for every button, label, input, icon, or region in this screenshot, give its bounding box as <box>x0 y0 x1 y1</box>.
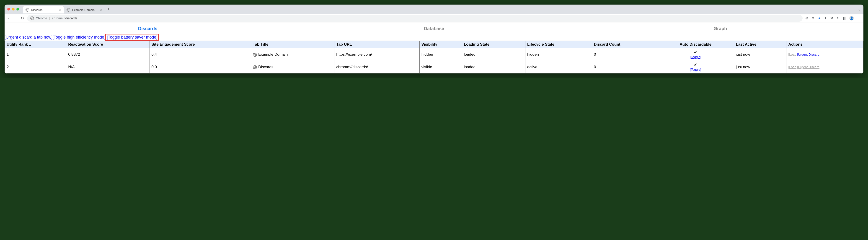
sidepanel-icon[interactable]: ◧ <box>843 16 846 20</box>
traffic-lights <box>7 8 19 10</box>
check-icon: ✔ <box>659 50 732 55</box>
load-link: [Load] <box>788 53 797 56</box>
browser-tab-discards[interactable]: Discards × <box>23 6 64 13</box>
share-icon[interactable]: ⇧ <box>811 16 814 20</box>
cell-engagement: 0.0 <box>150 61 251 73</box>
url-path: discards <box>65 17 77 20</box>
cell-discard-count: 0 <box>592 48 657 61</box>
menu-icon[interactable]: ⋮ <box>857 16 861 20</box>
globe-icon <box>253 53 257 57</box>
col-lifecycle-state[interactable]: Lifecycle State <box>525 41 592 48</box>
section-tabs: Discards Database Graph <box>5 23 863 34</box>
col-tab-url[interactable]: Tab URL <box>334 41 420 48</box>
reload-button[interactable]: ⟳ <box>21 16 24 21</box>
minimize-window-button[interactable] <box>12 8 14 10</box>
cell-discard-count: 0 <box>592 61 657 73</box>
cell-auto-discardable: ✔[Toggle] <box>657 48 734 61</box>
col-actions[interactable]: Actions <box>786 41 863 48</box>
urgent-discard-link[interactable]: [Urgent Discard] <box>797 53 820 56</box>
toggle-auto-discard-link[interactable]: [Toggle] <box>690 55 701 59</box>
zoom-icon[interactable]: ⊕ <box>805 16 808 20</box>
col-auto-discardable[interactable]: Auto Discardable <box>657 41 734 48</box>
close-tab-icon[interactable]: × <box>100 8 102 12</box>
col-reactivation-score[interactable]: Reactivation Score <box>66 41 150 48</box>
cell-rank: 1 <box>5 48 66 61</box>
col-visibility[interactable]: Visibility <box>420 41 462 48</box>
separator: | <box>49 17 50 20</box>
page-content: Discards Database Graph [Urgent discard … <box>5 23 863 73</box>
tabstrip: Discards × Example Domain × + <box>23 5 110 13</box>
toolbar-actions: ⊕ ⇧ ★ ✦ ⚗ ↻ ◧ 👤 ⋮ <box>805 16 861 21</box>
cell-reactivation: N/A <box>66 61 150 73</box>
refresh-icon[interactable]: ↻ <box>837 16 839 20</box>
tab-graph[interactable]: Graph <box>577 23 863 34</box>
cell-actions: [Load][Urgent Discard] <box>786 48 863 61</box>
cell-url: chrome://discards/ <box>334 61 420 73</box>
action-links: [Urgent discard a tab now][Toggle high e… <box>5 34 863 40</box>
check-icon: ✔ <box>659 62 732 67</box>
cell-loading: loaded <box>462 61 525 73</box>
globe-icon <box>26 8 29 12</box>
url-scheme: chrome:// <box>52 17 65 20</box>
tab-discards[interactable]: Discards <box>5 23 291 34</box>
address-bar[interactable]: Chrome | chrome://discards <box>27 15 803 22</box>
close-tab-icon[interactable]: × <box>59 8 61 12</box>
table-header-row: Utility Rank Reactivation Score Site Eng… <box>5 41 863 48</box>
col-tab-title[interactable]: Tab Title <box>251 41 334 48</box>
table-row: 2N/A0.0Discardschrome://discards/visible… <box>5 61 863 73</box>
toggle-auto-discard-link[interactable]: [Toggle] <box>690 68 701 71</box>
toggle-high-efficiency-link[interactable]: [Toggle high efficiency mode] <box>53 35 105 39</box>
globe-icon <box>67 8 70 12</box>
col-loading-state[interactable]: Loading State <box>462 41 525 48</box>
cell-title: Example Domain <box>251 48 334 61</box>
new-tab-button[interactable]: + <box>107 7 110 12</box>
toggle-battery-saver-link[interactable]: [Toggle battery saver mode] <box>106 35 158 40</box>
cell-engagement: 6.4 <box>150 48 251 61</box>
cell-loading: loaded <box>462 48 525 61</box>
cell-visibility: hidden <box>420 48 462 61</box>
urgent-discard-link: [Urgent Discard] <box>797 65 820 69</box>
load-link: [Load] <box>788 65 797 69</box>
profile-avatar[interactable]: 👤 <box>849 16 854 21</box>
globe-icon <box>253 65 257 69</box>
table-row: 10.83726.4Example Domainhttps://example.… <box>5 48 863 61</box>
cell-url: https://example.com/ <box>334 48 420 61</box>
col-site-engagement[interactable]: Site Engagement Score <box>150 41 251 48</box>
close-window-button[interactable] <box>7 8 10 10</box>
labs-icon[interactable]: ⚗ <box>830 16 833 20</box>
back-button[interactable]: ← <box>7 16 11 21</box>
cell-actions: [Load][Urgent Discard] <box>786 61 863 73</box>
discards-table: Utility Rank Reactivation Score Site Eng… <box>5 40 863 73</box>
cell-last-active: just now <box>734 61 786 73</box>
tab-title: Example Domain <box>72 8 98 12</box>
cell-auto-discardable: ✔[Toggle] <box>657 61 734 73</box>
titlebar: Discards × Example Domain × + ⌄ <box>5 5 863 14</box>
extensions-icon[interactable]: ✦ <box>824 16 827 20</box>
col-last-active[interactable]: Last Active <box>734 41 786 48</box>
cell-rank: 2 <box>5 61 66 73</box>
forward-button: → <box>14 16 18 21</box>
tab-title: Discards <box>31 8 57 12</box>
browser-tab-example[interactable]: Example Domain × <box>64 6 105 13</box>
cell-title: Discards <box>251 61 334 73</box>
cell-lifecycle: active <box>525 61 592 73</box>
col-discard-count[interactable]: Discard Count <box>592 41 657 48</box>
browser-window: Discards × Example Domain × + ⌄ ← → ⟳ Ch… <box>5 5 863 73</box>
chevron-down-icon[interactable]: ⌄ <box>858 7 861 11</box>
cell-visibility: visible <box>420 61 462 73</box>
tab-database[interactable]: Database <box>291 23 577 34</box>
col-utility-rank[interactable]: Utility Rank <box>5 41 66 48</box>
urgent-discard-link[interactable]: [Urgent discard a tab now] <box>5 35 53 39</box>
address-prefix: Chrome <box>36 17 47 20</box>
maximize-window-button[interactable] <box>17 8 19 10</box>
cell-reactivation: 0.8372 <box>66 48 150 61</box>
bookmark-icon[interactable]: ★ <box>817 16 821 20</box>
cell-last-active: just now <box>734 48 786 61</box>
chrome-icon <box>30 17 34 20</box>
cell-lifecycle: hidden <box>525 48 592 61</box>
toolbar: ← → ⟳ Chrome | chrome://discards ⊕ ⇧ ★ ✦… <box>5 14 863 23</box>
